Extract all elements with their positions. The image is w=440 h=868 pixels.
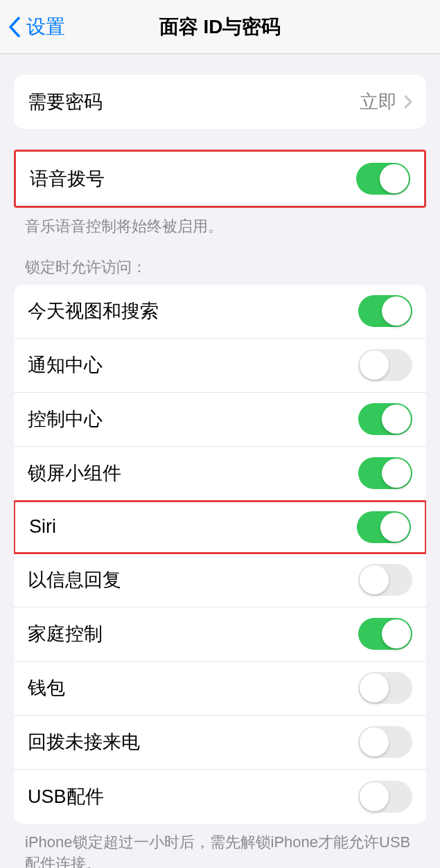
locked-access-group: 今天视图和搜索通知中心控制中心锁屏小组件Siri以信息回复家庭控制钱包回拨未接来… [14, 285, 426, 824]
locked-access-toggle[interactable] [358, 726, 412, 758]
require-passcode-row[interactable]: 需要密码 立即 [14, 75, 426, 129]
locked-access-row: 以信息回复 [14, 553, 426, 608]
locked-access-row: USB配件 [14, 770, 426, 824]
require-passcode-label: 需要密码 [28, 89, 103, 114]
locked-access-label: 钱包 [28, 675, 65, 700]
locked-access-row: 家庭控制 [14, 608, 426, 662]
voice-dial-toggle[interactable] [356, 163, 410, 195]
voice-dial-label: 语音拨号 [30, 166, 105, 191]
voice-dial-row: 语音拨号 [16, 152, 424, 206]
voice-dial-footer: 音乐语音控制将始终被启用。 [0, 208, 440, 238]
locked-access-toggle[interactable] [358, 672, 412, 704]
locked-access-row: 控制中心 [14, 393, 426, 447]
locked-access-row: 钱包 [14, 662, 426, 716]
locked-access-toggle[interactable] [357, 511, 411, 543]
locked-access-label: 通知中心 [28, 353, 103, 378]
back-button[interactable]: 设置 [0, 14, 65, 40]
locked-access-header: 锁定时允许访问： [0, 238, 440, 285]
locked-access-label: 锁屏小组件 [28, 461, 121, 486]
locked-access-label: Siri [29, 516, 56, 538]
locked-access-row: 锁屏小组件 [14, 447, 426, 501]
require-passcode-value: 立即 [360, 89, 397, 114]
require-passcode-group: 需要密码 立即 [14, 75, 426, 129]
locked-access-row: 回拨未接来电 [14, 716, 426, 770]
locked-access-row: 今天视图和搜索 [14, 285, 426, 339]
locked-access-toggle[interactable] [358, 457, 412, 489]
voice-dial-group: 语音拨号 [14, 150, 426, 208]
locked-access-toggle[interactable] [358, 403, 412, 435]
locked-access-label: 家庭控制 [28, 621, 103, 646]
locked-access-label: 今天视图和搜索 [28, 299, 159, 324]
chevron-left-icon [8, 17, 21, 37]
locked-access-footer: iPhone锁定超过一小时后，需先解锁iPhone才能允许USB配件连接。 [0, 824, 440, 868]
back-label: 设置 [26, 14, 65, 40]
locked-access-toggle[interactable] [358, 349, 412, 381]
navigation-bar: 设置 面容 ID与密码 [0, 0, 440, 54]
locked-access-label: USB配件 [28, 784, 104, 809]
page-title: 面容 ID与密码 [159, 14, 281, 40]
locked-access-row: 通知中心 [14, 339, 426, 393]
locked-access-toggle[interactable] [358, 295, 412, 327]
chevron-right-icon [404, 95, 412, 109]
locked-access-label: 控制中心 [28, 407, 103, 432]
locked-access-label: 以信息回复 [28, 567, 121, 592]
locked-access-toggle[interactable] [358, 781, 412, 813]
locked-access-label: 回拨未接来电 [28, 729, 140, 754]
locked-access-row: Siri [14, 500, 426, 554]
locked-access-toggle[interactable] [358, 564, 412, 596]
locked-access-toggle[interactable] [358, 618, 412, 650]
